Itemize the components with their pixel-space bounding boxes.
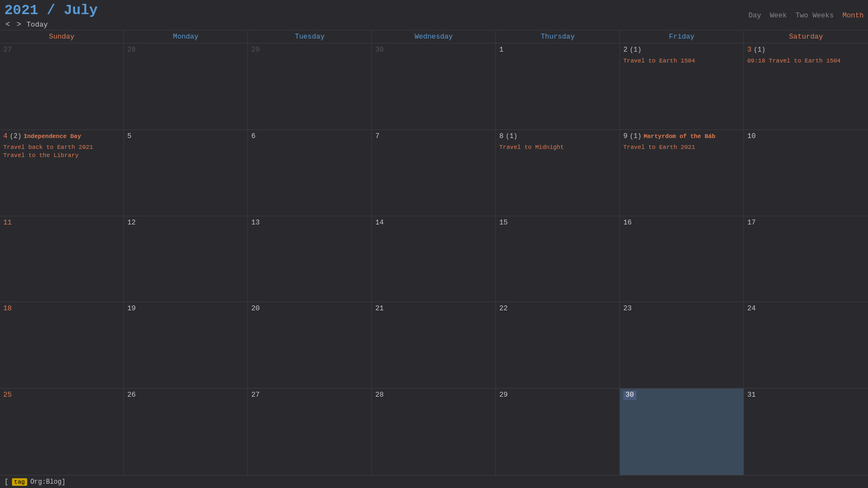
day-cell[interactable]: 23	[620, 302, 744, 388]
day-number: 1	[499, 46, 616, 55]
event-item[interactable]: Travel to Earth 1504	[623, 57, 740, 65]
event-item[interactable]: 09:18 Travel to Earth 1504	[747, 57, 865, 65]
day-number: 28	[127, 46, 244, 55]
day-number: 6	[251, 132, 368, 141]
prev-button[interactable]: <	[4, 20, 11, 29]
event-item-inline[interactable]: Independence Day	[23, 133, 81, 141]
day-cell[interactable]: 13	[248, 216, 372, 302]
day-cell[interactable]: 19	[124, 302, 248, 388]
header-tuesday: Tuesday	[248, 30, 372, 43]
day-cell[interactable]: 29	[496, 389, 620, 475]
day-number: 12	[127, 218, 244, 228]
day-number: 29	[499, 391, 616, 400]
day-cell[interactable]: 29	[248, 43, 372, 129]
day-number-today: 30	[623, 391, 636, 400]
event-item[interactable]: Travel to Midnight	[499, 143, 616, 152]
day-cell[interactable]: 21	[372, 302, 496, 388]
day-number: 25	[3, 391, 120, 400]
today-button[interactable]: Today	[27, 21, 48, 29]
day-cell[interactable]: 18	[0, 302, 124, 388]
event-count: (1)	[630, 46, 642, 54]
day-number: 16	[623, 218, 740, 228]
day-cell[interactable]: 24	[744, 302, 868, 388]
day-cell[interactable]: 27	[248, 389, 372, 475]
day-number: 22	[499, 304, 616, 314]
day-number: 29	[251, 46, 368, 55]
day-num-row: 9 (1) Martyrdom of the Báb	[623, 132, 740, 142]
day-number: 27	[251, 391, 368, 400]
day-number: 15	[499, 218, 616, 228]
day-number: 20	[251, 304, 368, 314]
day-cell[interactable]: 16	[620, 216, 744, 302]
event-item[interactable]: Travel to Earth 2021	[623, 143, 740, 152]
day-number: 18	[3, 304, 120, 314]
footer: [ tag Org:Blog]	[0, 475, 868, 488]
week-row: 11 12 13 14 15 16 17	[0, 216, 868, 303]
header-sunday: Sunday	[0, 30, 124, 43]
day-number: 26	[127, 391, 244, 400]
day-number: 14	[375, 218, 492, 228]
footer-tag[interactable]: tag	[12, 478, 27, 486]
day-cell[interactable]: 25	[0, 389, 124, 475]
day-cell[interactable]: 22	[496, 302, 620, 388]
event-count: (2)	[10, 133, 22, 140]
header-saturday: Saturday	[744, 30, 868, 43]
day-cell[interactable]: 5	[124, 130, 248, 216]
day-cell[interactable]: 30	[372, 43, 496, 129]
day-cell[interactable]: 7	[372, 130, 496, 216]
day-number: 31	[747, 391, 865, 400]
event-item-inline[interactable]: Martyrdom of the Báb	[643, 133, 715, 141]
day-number: 27	[3, 46, 120, 55]
day-num-row: 4 (2) Independence Day	[3, 132, 120, 142]
day-cell[interactable]: 8 (1) Travel to Midnight	[496, 130, 620, 216]
day-number: 8	[499, 132, 504, 141]
day-cell[interactable]: 15	[496, 216, 620, 302]
title-year: 2021	[4, 2, 38, 18]
day-cell[interactable]: 14	[372, 216, 496, 302]
day-number: 30	[375, 46, 492, 55]
event-item[interactable]: Travel to the Library	[3, 152, 120, 160]
day-cell[interactable]: 10	[744, 130, 868, 216]
day-number: 2	[623, 46, 628, 55]
nav-row: < > Today	[4, 20, 98, 29]
header-friday: Friday	[620, 30, 744, 43]
day-cell[interactable]: 1	[496, 43, 620, 129]
day-num-row: 3 (1)	[747, 46, 865, 56]
day-cell[interactable]: 9 (1) Martyrdom of the Báb Travel to Ear…	[620, 130, 744, 216]
event-count: (1)	[754, 46, 766, 54]
day-number: 5	[127, 132, 244, 141]
header-wednesday: Wednesday	[372, 30, 496, 43]
view-week[interactable]: Week	[770, 11, 787, 20]
view-two-weeks[interactable]: Two Weeks	[796, 11, 834, 20]
day-cell[interactable]: 28	[372, 389, 496, 475]
day-cell[interactable]: 11	[0, 216, 124, 302]
day-cell[interactable]: 2 (1) Travel to Earth 1504	[620, 43, 744, 129]
day-cell[interactable]: 28	[124, 43, 248, 129]
day-number: 13	[251, 218, 368, 228]
event-count: (1)	[506, 133, 518, 140]
header-left: 2021 / July < > Today	[4, 2, 98, 29]
event-item[interactable]: Travel back to Earth 2021	[3, 143, 120, 152]
header: 2021 / July < > Today Day Week Two Weeks…	[0, 0, 868, 30]
day-number: 10	[747, 132, 865, 141]
day-cell[interactable]: 6	[248, 130, 372, 216]
day-number: 4	[3, 132, 8, 141]
day-cell[interactable]: 31	[744, 389, 868, 475]
footer-label: Org:Blog]	[30, 478, 66, 486]
view-month[interactable]: Month	[842, 11, 864, 20]
day-cell[interactable]: 20	[248, 302, 372, 388]
calendar-grid: 27 28 29 30 1 2 (1) Travel to Earth 1504…	[0, 43, 868, 475]
day-number: 21	[375, 304, 492, 314]
day-num-row: 2 (1)	[623, 46, 740, 56]
next-button[interactable]: >	[15, 20, 22, 29]
view-day[interactable]: Day	[748, 11, 761, 20]
day-cell[interactable]: 26	[124, 389, 248, 475]
day-cell[interactable]: 17	[744, 216, 868, 302]
day-cell-today[interactable]: 30	[620, 389, 744, 475]
page-title: 2021 / July	[4, 2, 98, 19]
day-cell[interactable]: 27	[0, 43, 124, 129]
day-cell[interactable]: 3 (1) 09:18 Travel to Earth 1504	[744, 43, 868, 129]
day-cell[interactable]: 12	[124, 216, 248, 302]
day-cell[interactable]: 4 (2) Independence Day Travel back to Ea…	[0, 130, 124, 216]
title-sep: /	[38, 2, 64, 18]
